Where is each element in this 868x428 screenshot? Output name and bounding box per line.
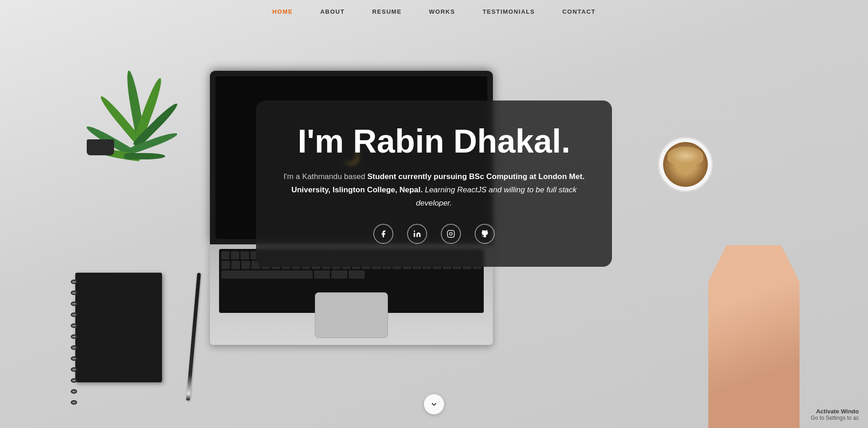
- hero-title: I'm Rabin Dhakal.: [283, 123, 585, 159]
- activate-line1: Activate Windo: [811, 408, 859, 415]
- hero-card: I'm Rabin Dhakal. I'm a Kathmandu based …: [256, 100, 612, 267]
- linkedin-icon[interactable]: [407, 224, 427, 244]
- subtitle-italic: Learning ReactJS and willing to be full …: [416, 185, 577, 207]
- hero-subtitle: I'm a Kathmandu based Student currently …: [283, 170, 585, 210]
- nav-about[interactable]: ABOUT: [320, 8, 345, 15]
- nav-resume[interactable]: RESUME: [372, 8, 402, 15]
- subtitle-plain: I'm a Kathmandu based: [283, 172, 367, 181]
- scroll-down-button[interactable]: [424, 394, 444, 414]
- plant-decoration: [27, 27, 173, 155]
- notebook-decoration: [75, 273, 162, 382]
- nav-works[interactable]: WORKS: [429, 8, 455, 15]
- nav-testimonials[interactable]: TESTIMONIALS: [482, 8, 535, 15]
- nav-home[interactable]: HOME: [272, 8, 293, 15]
- facebook-icon[interactable]: [373, 224, 393, 244]
- coffee-cup: [658, 137, 717, 196]
- social-icons-container: [283, 224, 585, 244]
- svg-point-1: [414, 230, 415, 232]
- svg-rect-0: [414, 233, 415, 237]
- main-nav: HOME ABOUT RESUME WORKS TESTIMONIALS CON…: [0, 0, 868, 23]
- nav-contact[interactable]: CONTACT: [562, 8, 596, 15]
- svg-rect-2: [448, 230, 455, 237]
- activate-windows-watermark: Activate Windo Go to Settings to ac: [811, 408, 859, 421]
- activate-line2: Go to Settings to ac: [811, 415, 859, 421]
- instagram-icon[interactable]: [441, 224, 461, 244]
- github-icon[interactable]: [475, 224, 495, 244]
- hand-illustration: [708, 245, 800, 428]
